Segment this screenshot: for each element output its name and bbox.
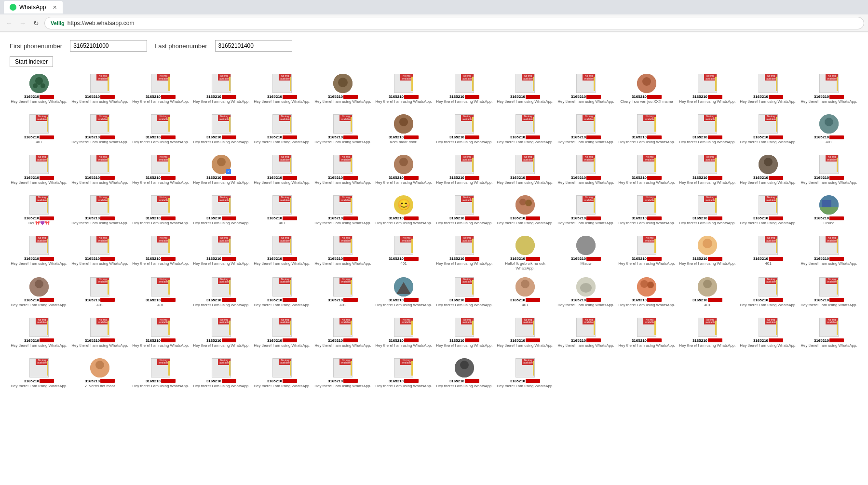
contact-card[interactable]: No img available 3165210 401: [374, 234, 433, 273]
contact-card[interactable]: ✓ 3165210 Hey there! I am using WhatsApp…: [192, 153, 251, 191]
contact-card[interactable]: 😊 3165210 Hey there! I am using WhatsApp…: [374, 193, 433, 232]
contact-card[interactable]: 3165210 401: [678, 275, 737, 314]
contact-card[interactable]: No img available 3165210 Hey there! I am…: [70, 112, 129, 151]
contact-card[interactable]: No img available 3165210 Hey there! I am…: [10, 316, 68, 354]
contact-card[interactable]: No img available 3165210 Hey there! I am…: [374, 356, 433, 395]
contact-card[interactable]: 3165210 Cheryl hou van jou XXX mama: [617, 72, 676, 110]
contact-card[interactable]: No img available 3165210 Hey there! I am…: [617, 234, 676, 273]
contact-card[interactable]: No img available 3165210 401: [739, 234, 798, 273]
forward-btn[interactable]: →: [17, 18, 28, 28]
contact-card[interactable]: No img available 3165210 Hey there! I am…: [617, 193, 676, 232]
contact-card[interactable]: No img available 3165210 Hey there! I am…: [678, 316, 737, 354]
contact-card[interactable]: 3165210 Hey there! I am using WhatsApp.: [617, 275, 676, 314]
contact-card[interactable]: No img available 3165210 Hey there! I am…: [313, 193, 372, 232]
contact-card[interactable]: No img available 3165210 Hey there! I am…: [617, 112, 676, 151]
contact-card[interactable]: No img available 3165210 Hey there! I am…: [192, 275, 251, 314]
contact-card[interactable]: No img available 3165210 Hey there! I am…: [10, 234, 68, 273]
contact-card[interactable]: No img available 3165210 Hey there! I am…: [70, 153, 129, 191]
contact-card[interactable]: No img available 3165210 Hey there! I am…: [253, 316, 312, 354]
contact-card[interactable]: 3165210 Hey there! I am using WhatsApp.: [496, 193, 555, 232]
contact-card[interactable]: 3165210 Kom maar door!: [374, 112, 433, 151]
contact-card[interactable]: No img available 3165210 Hey there! I am…: [435, 275, 494, 314]
contact-card[interactable]: 3165210 401: [800, 112, 858, 151]
contact-card[interactable]: No img available 3165210 Hey there! I am…: [800, 234, 858, 273]
contact-card[interactable]: No img available 3165210 Hey there! I am…: [678, 153, 737, 191]
contact-card[interactable]: No img available 3165210 Hey there! I am…: [192, 72, 251, 110]
contact-card[interactable]: No img available 3165210 Hey there! I am…: [556, 316, 615, 354]
contact-card[interactable]: 3165210 Hey there! I am using WhatsApp.: [556, 275, 615, 314]
contact-card[interactable]: No img available 3165210 Hey there! I am…: [678, 72, 737, 110]
contact-card[interactable]: No img available 3165210 Hey there! I am…: [739, 275, 798, 314]
contact-card[interactable]: No img available 3165210 Hey there! I am…: [435, 193, 494, 232]
contact-card[interactable]: No img available 3165210 Hey there! I am…: [253, 356, 312, 395]
contact-card[interactable]: 3165210 Hey there! I am using WhatsApp.: [374, 275, 433, 314]
contact-card[interactable]: No img available 3165210 Hey there! I am…: [435, 72, 494, 110]
contact-card[interactable]: 3165210 Hey there! I am using WhatsApp.: [313, 72, 372, 110]
address-bar[interactable]: Veilig https://web.whatsapp.com: [44, 17, 864, 29]
contact-card[interactable]: No img available 3165210 Hey there! I am…: [556, 72, 615, 110]
contact-card[interactable]: No img available 3165210 401: [313, 275, 372, 314]
contact-card[interactable]: No img available 3165210 Hey there! I am…: [192, 193, 251, 232]
contact-card[interactable]: No img available 3165210 Hey there! I am…: [739, 72, 798, 110]
contact-card[interactable]: 3165210 Hey there! I am using WhatsApp.: [739, 153, 798, 191]
contact-card[interactable]: No img available 3165210 Hey there! I am…: [496, 153, 555, 191]
contact-card[interactable]: No img available 3165210 Hey there! I am…: [192, 356, 251, 395]
contact-card[interactable]: No img available 3165210 Hey there! I am…: [496, 112, 555, 151]
contact-card[interactable]: 3165210 Hey there! I am using WhatsApp.: [678, 234, 737, 273]
contact-card[interactable]: No img available 3165210 Hey there! I am…: [800, 72, 858, 110]
contact-card[interactable]: No img available 3165210 Hey there! I am…: [70, 316, 129, 354]
last-phone-input[interactable]: [215, 40, 292, 52]
contact-card[interactable]: No img available 3165210 401: [253, 193, 312, 232]
contact-card[interactable]: No img available 3165210 Hey there! I am…: [192, 234, 251, 273]
contact-card[interactable]: 3165210 Miauw: [556, 234, 615, 273]
contact-card[interactable]: No img available 3165210 Hey there! I am…: [70, 72, 129, 110]
contact-card[interactable]: No img available 3165210 Hey there! I am…: [253, 234, 312, 273]
contact-card[interactable]: No img available 3165210 Hey there! I am…: [10, 356, 68, 395]
contact-card[interactable]: No img available 3165210 401: [131, 275, 190, 314]
contact-card[interactable]: No img available 3165210 Hey there! I am…: [435, 112, 494, 151]
contact-card[interactable]: No img available 3165210 Hey there! I am…: [313, 356, 372, 395]
start-indexer-button[interactable]: Start indexer: [10, 56, 53, 67]
contact-card[interactable]: 3165210 Hey there! I am using WhatsApp.: [435, 356, 494, 395]
contact-card[interactable]: No img available 3165210 Hey there! I am…: [70, 193, 129, 232]
contact-card[interactable]: No img available 3165210 Hey there! I am…: [800, 275, 858, 314]
contact-card[interactable]: No img available 3165210 Hey there! I am…: [131, 316, 190, 354]
contact-card[interactable]: No img available 3165210 Hey there! I am…: [313, 316, 372, 354]
contact-card[interactable]: No img available 3165210 Hey there! I am…: [70, 234, 129, 273]
contact-card[interactable]: No img available 3165210 Hey there! I am…: [617, 316, 676, 354]
contact-card[interactable]: 3165210 401: [496, 275, 555, 314]
contact-card[interactable]: No img available 3165210 Hey there! I am…: [739, 193, 798, 232]
contact-card[interactable]: No img available 3165210 Hey there! I am…: [800, 316, 858, 354]
tab-close-btn[interactable]: ✕: [53, 4, 57, 11]
contact-card[interactable]: No img available 3165210 Hey there! I am…: [556, 193, 615, 232]
active-tab[interactable]: WhatsApp ✕: [4, 1, 63, 13]
contact-card[interactable]: 3165210 Hey there! I am using WhatsApp.: [10, 275, 68, 314]
contact-card[interactable]: 3165210 Hallo! Ik gebruik nu ook WhatsAp…: [496, 234, 555, 273]
contact-card[interactable]: No img available 3165210 Hey there! I am…: [253, 153, 312, 191]
contact-card[interactable]: No img available 3165210 Hey there! I am…: [739, 316, 798, 354]
contact-card[interactable]: No img available 3165210 Hey there! I am…: [192, 316, 251, 354]
contact-card[interactable]: No img available 3165210 Hey there! I am…: [374, 72, 433, 110]
contact-card[interactable]: No img available 3165210 Hey there! I am…: [435, 234, 494, 273]
contact-card[interactable]: 3165210 Hey there! I am using WhatsApp.: [10, 72, 68, 110]
contact-card[interactable]: 3165210 ✓ Vertel het maar: [70, 356, 129, 395]
contact-card[interactable]: No img available 3165210 Hey there! I am…: [192, 112, 251, 151]
contact-card[interactable]: No img available 3165210 Hey there! I am…: [253, 275, 312, 314]
contact-card[interactable]: No img available 3165210 Hey there! I am…: [739, 112, 798, 151]
back-btn[interactable]: ←: [4, 18, 14, 28]
contact-card[interactable]: No img available 3165210 Hey there! I am…: [678, 193, 737, 232]
contact-card[interactable]: No img available 3165210 Hey there! I am…: [313, 153, 372, 191]
contact-card[interactable]: No img available 3165210 Hey there! I am…: [435, 153, 494, 191]
contact-card[interactable]: No img available 3165210 Hey there! I am…: [496, 356, 555, 395]
contact-card[interactable]: No img available 3165210 Hey there! I am…: [10, 153, 68, 191]
first-phone-input[interactable]: [70, 40, 147, 52]
contact-card[interactable]: No img available 3165210 Hey there! I am…: [374, 316, 433, 354]
contact-card[interactable]: No img available 3165210 Hey there! I am…: [131, 193, 190, 232]
contact-card[interactable]: No img available 3165210 Hey there! I am…: [556, 153, 615, 191]
contact-card[interactable]: No img available 3165210 Hey there! I am…: [617, 153, 676, 191]
contact-card[interactable]: No img available 3165210 Hey there! I am…: [496, 72, 555, 110]
contact-card[interactable]: No img available 3165210 Hey there! I am…: [313, 112, 372, 151]
contact-card[interactable]: No img available 3165210 Hey there! I am…: [800, 153, 858, 191]
contact-card[interactable]: No img available 3165210 Hey there! I am…: [131, 153, 190, 191]
contact-card[interactable]: No img available 3165210 Hoi 🎀💜🎀: [10, 193, 68, 232]
